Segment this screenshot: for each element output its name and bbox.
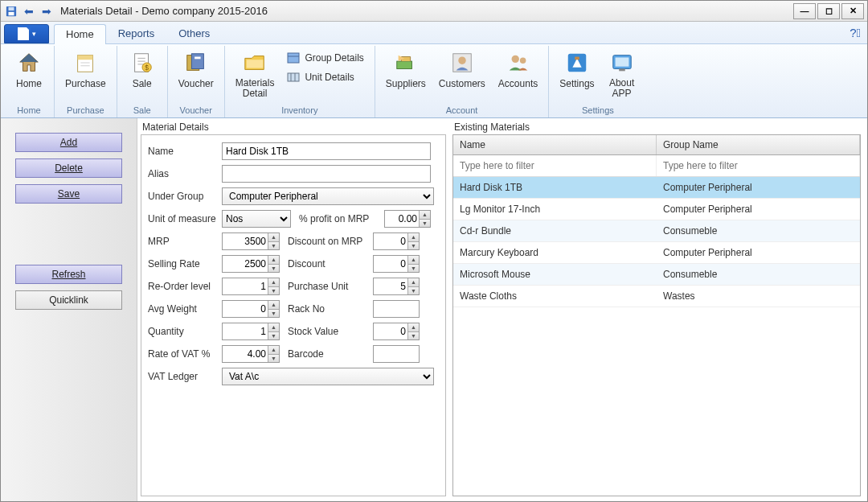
customers-button[interactable]: Customers bbox=[433, 46, 491, 104]
spinner[interactable]: ▲▼ bbox=[268, 323, 279, 339]
filter-group-input[interactable] bbox=[657, 155, 860, 176]
column-name[interactable]: Name bbox=[453, 135, 657, 154]
unit-details-button[interactable]: Unit Details bbox=[281, 68, 369, 86]
rack-no-label: Rack No bbox=[285, 303, 368, 315]
tab-reports[interactable]: Reports bbox=[106, 23, 167, 43]
spinner[interactable]: ▲▼ bbox=[407, 233, 419, 249]
table-row[interactable]: Lg Monitor 17-InchComputer Peripheral bbox=[453, 199, 860, 220]
sale-label: Sale bbox=[133, 78, 152, 89]
about-label: About APP bbox=[609, 78, 634, 99]
delete-button[interactable]: Delete bbox=[15, 158, 122, 178]
mrp-label: MRP bbox=[148, 236, 217, 247]
table-row[interactable]: Cd-r BundleConsumeble bbox=[453, 220, 860, 242]
spinner[interactable]: ▲▼ bbox=[268, 278, 279, 294]
vat-ledger-select[interactable]: Vat A\c bbox=[222, 368, 434, 385]
under-group-select[interactable]: Computer Peripheral bbox=[222, 187, 434, 205]
existing-materials-title: Existing Materials bbox=[452, 121, 861, 134]
about-app-button[interactable]: About APP bbox=[602, 46, 642, 104]
svg-rect-32 bbox=[615, 57, 628, 66]
existing-materials-panel: Existing Materials Name Group Name Hard … bbox=[452, 121, 861, 496]
suppliers-button[interactable]: Suppliers bbox=[380, 46, 432, 104]
rack-no-input[interactable] bbox=[373, 300, 420, 318]
close-button[interactable]: ✕ bbox=[841, 3, 864, 19]
purchase-label: Purchase bbox=[65, 78, 106, 89]
help-icon[interactable]: ?⃝ bbox=[850, 26, 861, 39]
cell-name: Lg Monitor 17-Inch bbox=[453, 199, 657, 220]
cell-name: Waste Cloths bbox=[453, 286, 657, 307]
cell-group: Computer Peripheral bbox=[657, 242, 860, 263]
qat-save-icon[interactable] bbox=[4, 4, 18, 19]
stock-value-label: Stock Value bbox=[285, 326, 368, 337]
name-label: Name bbox=[148, 146, 217, 157]
spinner[interactable]: ▲▼ bbox=[268, 233, 279, 249]
alias-input[interactable] bbox=[222, 165, 431, 183]
file-menu[interactable]: ▾ bbox=[4, 24, 49, 43]
cell-group: Wastes bbox=[657, 286, 860, 307]
svg-point-27 bbox=[511, 56, 518, 63]
home-button[interactable]: Home bbox=[9, 46, 49, 104]
table-row[interactable]: Hard Disk 1TBComputer Peripheral bbox=[453, 177, 860, 199]
table-row[interactable]: Waste ClothsWastes bbox=[453, 286, 860, 307]
cell-name: Microsoft Mouse bbox=[453, 264, 657, 285]
folder-icon bbox=[242, 50, 268, 76]
group-voucher-label: Voucher bbox=[173, 104, 219, 117]
unit-details-label: Unit Details bbox=[305, 72, 354, 83]
svg-rect-2 bbox=[9, 11, 14, 14]
suppliers-label: Suppliers bbox=[386, 78, 426, 89]
save-button[interactable]: Save bbox=[15, 184, 122, 204]
svg-rect-16 bbox=[191, 54, 203, 69]
sale-button[interactable]: $ Sale bbox=[122, 46, 162, 104]
accounts-button[interactable]: Accounts bbox=[493, 46, 543, 104]
grid-header: Name Group Name bbox=[453, 135, 860, 155]
table-row[interactable]: Microsoft MouseConsumeble bbox=[453, 264, 860, 286]
spinner[interactable]: ▲▼ bbox=[407, 256, 419, 272]
suppliers-icon bbox=[393, 50, 419, 76]
filter-name-input[interactable] bbox=[453, 155, 657, 176]
customers-icon bbox=[449, 50, 475, 76]
uom-label: Unit of measure bbox=[148, 213, 217, 224]
spinner[interactable]: ▲▼ bbox=[419, 211, 430, 227]
name-input[interactable] bbox=[222, 142, 431, 160]
spinner[interactable]: ▲▼ bbox=[268, 301, 279, 317]
group-details-button[interactable]: Group Details bbox=[281, 49, 369, 67]
cell-group: Consumeble bbox=[657, 220, 860, 241]
selling-rate-label: Selling Rate bbox=[148, 258, 217, 270]
svg-marker-4 bbox=[20, 54, 39, 62]
svg-rect-18 bbox=[247, 60, 264, 68]
barcode-input[interactable] bbox=[373, 345, 420, 363]
voucher-button[interactable]: Voucher bbox=[173, 46, 219, 104]
grid-filter-row bbox=[453, 155, 860, 177]
uom-select[interactable]: Nos bbox=[222, 210, 291, 228]
tab-home[interactable]: Home bbox=[54, 24, 106, 44]
avg-weight-label: Avg Weight bbox=[148, 303, 217, 315]
reorder-label: Re-Order level bbox=[148, 281, 217, 292]
quantity-label: Quantity bbox=[148, 326, 217, 337]
material-details-panel: Material Details Name Alias Under Group … bbox=[141, 121, 446, 496]
add-button[interactable]: Add bbox=[15, 133, 122, 152]
materials-detail-button[interactable]: Materials Detail bbox=[230, 46, 280, 104]
svg-rect-1 bbox=[9, 6, 14, 10]
tab-others[interactable]: Others bbox=[166, 23, 222, 43]
svg-rect-33 bbox=[619, 69, 625, 72]
maximize-button[interactable]: ◻ bbox=[817, 3, 840, 19]
voucher-icon bbox=[183, 50, 209, 76]
refresh-button[interactable]: Refresh bbox=[15, 265, 122, 284]
purchase-button[interactable]: Purchase bbox=[59, 46, 112, 104]
main-area: Add Delete Save Refresh Quicklink Materi… bbox=[1, 118, 867, 502]
table-row[interactable]: Marcury KeyboardComputer Peripheral bbox=[453, 242, 860, 264]
voucher-label: Voucher bbox=[178, 78, 214, 89]
group-purchase-label: Purchase bbox=[59, 104, 112, 117]
group-details-icon bbox=[287, 51, 300, 64]
sale-icon: $ bbox=[129, 50, 155, 76]
settings-button[interactable]: Settings bbox=[554, 46, 600, 104]
spinner[interactable]: ▲▼ bbox=[268, 346, 279, 362]
qat-back-icon[interactable]: ⬅ bbox=[22, 4, 36, 19]
qat-forward-icon[interactable]: ➡ bbox=[39, 4, 54, 19]
spinner[interactable]: ▲▼ bbox=[407, 323, 419, 339]
column-group[interactable]: Group Name bbox=[657, 135, 860, 154]
spinner[interactable]: ▲▼ bbox=[268, 256, 279, 272]
spinner[interactable]: ▲▼ bbox=[407, 278, 419, 294]
group-home-label: Home bbox=[9, 104, 49, 117]
quicklink-button[interactable]: Quicklink bbox=[15, 290, 122, 310]
minimize-button[interactable]: — bbox=[793, 3, 816, 19]
